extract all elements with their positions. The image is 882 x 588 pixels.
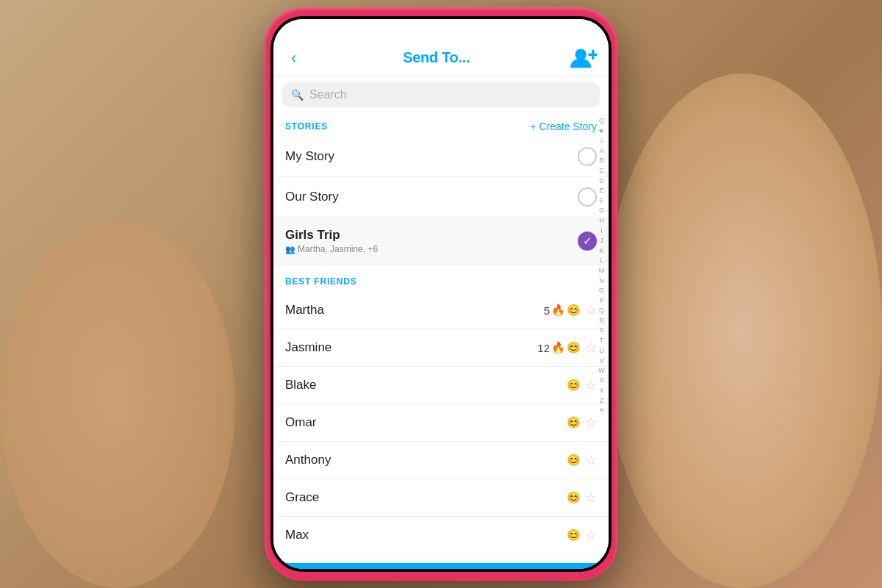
streak-blake: 😊 (567, 379, 581, 392)
bg-hand-right (603, 74, 882, 588)
star-icon-grace[interactable]: ☆ (585, 490, 597, 506)
best-friends-label: BEST FRIENDS (285, 276, 357, 287)
smile-icon-omar: 😊 (567, 416, 581, 429)
alpha-g[interactable]: G (596, 206, 607, 215)
smile-icon-anthony: 😊 (567, 453, 581, 467)
streak-count-martha: 5 (544, 304, 550, 317)
alpha-k[interactable]: K (596, 246, 607, 256)
smile-icon-martha: 😊 (567, 304, 581, 317)
friend-item-max[interactable]: Max 😊 ☆ (273, 517, 609, 554)
star-icon-jasmine[interactable]: ☆ (585, 340, 597, 356)
smile-icon-jasmine: 😊 (567, 341, 581, 354)
alpha-f[interactable]: F (596, 196, 607, 206)
alpha-p[interactable]: P (596, 296, 607, 306)
alpha-smile[interactable]: ☺ (596, 136, 607, 146)
story-subtitle-girls-trip: 👥 Martha, Jasmine, +6 (285, 244, 378, 254)
status-bar (273, 19, 609, 40)
fire-icon-martha: 🔥 (551, 304, 565, 317)
add-friend-button[interactable] (570, 48, 597, 68)
alpha-u[interactable]: U (596, 346, 607, 356)
alpha-n[interactable]: N (596, 276, 607, 286)
friend-name-martha: Martha (285, 303, 324, 318)
search-placeholder-text: Search (309, 88, 347, 101)
alpha-v[interactable]: V (596, 356, 607, 365)
star-icon-max[interactable]: ☆ (585, 527, 597, 543)
star-icon-blake[interactable]: ☆ (585, 377, 597, 393)
alpha-r[interactable]: R (596, 316, 607, 326)
bg-hand-left (0, 220, 235, 588)
story-item-girls-trip[interactable]: Girls Trip 👥 Martha, Jasmine, +6 ✓ (273, 218, 609, 265)
alpha-l[interactable]: L (596, 256, 607, 265)
star-icon-omar[interactable]: ☆ (585, 415, 597, 431)
alpha-hash[interactable]: # (596, 406, 607, 415)
alpha-m[interactable]: M (596, 266, 607, 276)
friend-name-anthony: Anthony (285, 453, 331, 467)
alpha-i[interactable]: I (596, 226, 607, 236)
alpha-x[interactable]: X (596, 376, 607, 385)
back-button[interactable]: ‹ (285, 46, 302, 71)
alpha-j[interactable]: J (596, 236, 607, 245)
content-area: STORIES + Create Story My Story (273, 113, 609, 563)
story-item-my-story[interactable]: My Story (273, 137, 609, 177)
story-item-our-story[interactable]: Our Story (273, 177, 609, 218)
nav-header: ‹ Send To... (273, 40, 609, 76)
alpha-q[interactable]: Q (596, 306, 607, 315)
story-name-my-story: My Story (285, 149, 334, 164)
streak-max: 😊 (567, 528, 581, 542)
streak-martha: 5 🔥 😊 (544, 304, 581, 317)
alpha-y[interactable]: Y (596, 386, 607, 395)
search-bar: 🔍 Search (273, 76, 609, 113)
friend-name-blake: Blake (285, 378, 317, 392)
star-icon-martha[interactable]: ☆ (585, 302, 597, 318)
checkbox-our-story[interactable] (578, 187, 597, 207)
friend-item-martha[interactable]: Martha 5 🔥 😊 ☆ (273, 292, 609, 329)
story-members-girls-trip: Martha, Jasmine, +6 (298, 244, 378, 254)
story-name-our-story: Our Story (285, 190, 339, 204)
alpha-a[interactable]: A (596, 146, 607, 156)
phone-frame: ‹ Send To... 🔍 Sea (265, 7, 617, 581)
star-icon-anthony[interactable]: ☆ (585, 452, 597, 468)
best-friends-section-header: BEST FRIENDS (273, 265, 609, 292)
streak-jasmine: 12 🔥 😊 (537, 341, 581, 354)
friend-item-anthony[interactable]: Anthony 😊 ☆ (273, 442, 609, 479)
stories-section-header: STORIES + Create Story (273, 113, 609, 137)
friend-name-max: Max (285, 528, 309, 542)
alpha-o[interactable]: O (596, 286, 607, 295)
friend-name-omar: Omar (285, 415, 317, 430)
story-name-girls-trip: Girls Trip (285, 228, 378, 243)
header-title: Send To... (403, 49, 470, 66)
alpha-star[interactable]: ★ (596, 126, 607, 136)
alpha-t[interactable]: T (596, 336, 607, 345)
create-story-button[interactable]: + Create Story (530, 121, 597, 132)
fire-icon-jasmine: 🔥 (551, 341, 565, 354)
streak-omar: 😊 (567, 416, 581, 429)
alpha-s[interactable]: S (596, 326, 607, 335)
checkbox-girls-trip[interactable]: ✓ (578, 232, 597, 251)
search-input[interactable]: 🔍 Search (282, 82, 600, 107)
bottom-bar (273, 563, 609, 569)
alpha-w[interactable]: W (596, 366, 607, 376)
group-icon: 👥 (285, 245, 295, 254)
alpha-d[interactable]: D (596, 176, 607, 186)
streak-grace: 😊 (567, 491, 581, 504)
scene: ‹ Send To... 🔍 Sea (0, 0, 882, 588)
alpha-e[interactable]: E (596, 186, 607, 196)
alpha-h[interactable]: H (596, 216, 607, 226)
friend-item-grace[interactable]: Grace 😊 ☆ (273, 479, 609, 517)
smile-icon-blake: 😊 (567, 379, 581, 392)
add-friend-icon (570, 47, 597, 68)
streak-anthony: 😊 (567, 453, 581, 467)
alpha-z[interactable]: Z (596, 396, 607, 406)
friend-item-blake[interactable]: Blake 😊 ☆ (273, 367, 609, 404)
phone-inner: ‹ Send To... 🔍 Sea (270, 16, 612, 572)
friend-item-omar[interactable]: Omar 😊 ☆ (273, 404, 609, 442)
checkbox-my-story[interactable] (578, 147, 597, 166)
friend-name-jasmine: Jasmine (285, 340, 331, 355)
smile-icon-max: 😊 (567, 528, 581, 542)
alpha-c[interactable]: C (596, 166, 607, 176)
alpha-q-search[interactable]: Q (596, 116, 607, 126)
friend-item-jasmine[interactable]: Jasmine 12 🔥 😊 ☆ (273, 329, 609, 367)
smile-icon-grace: 😊 (567, 491, 581, 504)
friend-name-grace: Grace (285, 490, 319, 505)
alpha-b[interactable]: B (596, 156, 607, 165)
